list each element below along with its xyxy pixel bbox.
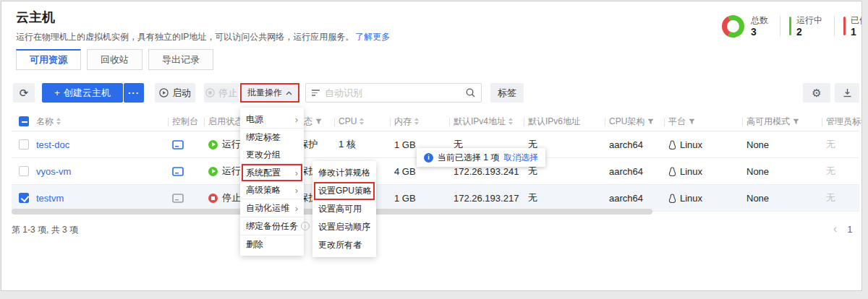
menu-item-change-group[interactable]: 更改分组: [240, 146, 304, 163]
menu-item-label: 设置GPU策略: [318, 185, 372, 197]
header-label: 启用状态: [208, 116, 243, 128]
stop-vm-button[interactable]: 停止: [204, 83, 239, 103]
ipv4-value: 172.26.193.241: [454, 166, 519, 177]
stat-stopped: 已停止 1: [851, 15, 862, 38]
sort-icon[interactable]: [509, 118, 513, 125]
export-download-button[interactable]: [835, 83, 859, 103]
menu-item-delete[interactable]: 删除: [240, 235, 304, 253]
header-label: 控制台: [172, 116, 198, 128]
refresh-button[interactable]: ⟳: [13, 83, 35, 103]
pagination-summary: 第 1-3 项, 共 3 项: [12, 224, 78, 236]
console-icon[interactable]: [172, 140, 184, 150]
selection-count-text: 当前已选择 1 项: [438, 152, 499, 164]
arch-value: aarch64: [609, 166, 643, 177]
batch-operations-menu: 电源› 绑定标签 更改分组 系统配置› 高级策略› 自动化运维› 绑定备份任务i…: [240, 108, 304, 256]
menu-item-automation-ops[interactable]: 自动化运维›: [240, 199, 304, 217]
tab-export-records[interactable]: 导出记录: [148, 49, 213, 70]
current-page-button[interactable]: 1: [847, 224, 852, 235]
stat-total-value: 3: [751, 26, 768, 38]
chevron-right-icon: ›: [295, 203, 298, 214]
stat-stopped-label: 已停止: [851, 15, 862, 26]
page-description: 运行在物理机上的虚拟机实例，具有独立的IP地址，可以访问公共网络，运行应用服务。…: [16, 31, 390, 43]
vm-stats: 总数 3 运行中 2 已停止 1 其他 0: [722, 13, 862, 39]
row-checkbox[interactable]: [19, 139, 29, 150]
filter-icon[interactable]: [315, 118, 322, 125]
stat-running-value: 2: [796, 26, 822, 38]
prev-page-button[interactable]: ‹: [833, 222, 837, 235]
filter-icon[interactable]: [647, 118, 654, 125]
menu-item-label: 高级策略: [246, 184, 281, 196]
chevron-right-icon: ›: [295, 168, 298, 178]
admin-tag-value: 无: [826, 165, 835, 178]
column-header-name[interactable]: 名称: [36, 112, 168, 131]
filter-icon[interactable]: [793, 118, 799, 125]
status-label: 停止: [222, 191, 241, 204]
submenu-item-set-high-availability[interactable]: 设置高可用: [312, 200, 376, 218]
table-settings-button[interactable]: ⚙: [803, 83, 830, 103]
row-checkbox[interactable]: [19, 193, 29, 203]
stat-running: 运行中 2: [796, 15, 822, 38]
submenu-item-set-boot-order[interactable]: 设置启动顺序: [312, 218, 376, 236]
menu-item-power[interactable]: 电源›: [240, 110, 304, 128]
filter-icon[interactable]: [689, 118, 695, 125]
sort-icon[interactable]: [56, 118, 61, 125]
create-vm-label: 创建云主机: [64, 87, 111, 100]
submenu-item-modify-compute-spec[interactable]: 修改计算规格: [312, 164, 376, 182]
menu-item-label: 绑定备份任务: [246, 220, 298, 233]
select-all-checkbox[interactable]: [19, 116, 29, 126]
chevron-up-icon: [286, 91, 292, 95]
memory-value: 4 GB: [394, 166, 416, 177]
sort-icon[interactable]: [359, 118, 364, 125]
column-header-platform[interactable]: 平台: [664, 112, 742, 131]
tag-button[interactable]: 标签: [490, 83, 524, 103]
vm-name-link[interactable]: test-doc: [36, 139, 69, 150]
menu-item-label: 更改分组: [246, 149, 281, 161]
learn-more-link[interactable]: 了解更多: [355, 32, 390, 42]
row-checkbox[interactable]: [19, 166, 29, 176]
refresh-icon: ⟳: [20, 87, 29, 100]
column-header-ipv4[interactable]: 默认IPv4地址: [449, 112, 524, 131]
deselect-link[interactable]: 取消选择: [503, 152, 538, 164]
ha-value: None: [746, 139, 769, 150]
linux-penguin-icon: [668, 140, 676, 150]
search-input[interactable]: [325, 87, 461, 98]
status-running-icon: [208, 140, 218, 150]
header-label: 平台: [668, 116, 686, 128]
menu-item-system-config[interactable]: 系统配置›: [240, 164, 304, 181]
arch-value: aarch64: [609, 193, 643, 204]
console-icon[interactable]: [172, 194, 184, 203]
tab-available-resources[interactable]: 可用资源: [16, 49, 81, 70]
menu-item-bind-backup-task[interactable]: 绑定备份任务i: [240, 217, 304, 235]
menu-item-label: 设置高可用: [318, 203, 362, 215]
create-more-options-button[interactable]: ···: [124, 83, 144, 103]
search-icon[interactable]: [466, 88, 475, 98]
memory-value: 1 GB: [394, 139, 416, 150]
batch-operations-button[interactable]: 批量操作: [240, 83, 299, 103]
column-header-ha-mode[interactable]: 高可用模式: [742, 112, 822, 131]
console-icon[interactable]: [172, 167, 184, 176]
menu-item-label: 绑定标签: [246, 131, 281, 144]
create-vm-button[interactable]: +创建云主机: [42, 83, 123, 103]
header-label: 默认IPv6地址: [528, 116, 580, 128]
arch-value: aarch64: [609, 139, 643, 150]
menu-item-advanced-policy[interactable]: 高级策略›: [240, 181, 304, 199]
menu-item-bind-tag[interactable]: 绑定标签: [240, 129, 304, 146]
download-icon: [843, 88, 852, 98]
menu-item-label: 系统配置: [246, 167, 281, 179]
platform-value: Linux: [680, 139, 702, 150]
admin-tag-value: 无: [826, 191, 835, 204]
ha-value: None: [746, 193, 769, 204]
column-header-cpu-arch[interactable]: CPU架构: [605, 112, 664, 131]
column-header-cpu[interactable]: CPU: [334, 112, 390, 131]
submenu-item-change-owner[interactable]: 更改所有者: [312, 236, 376, 254]
column-header-memory[interactable]: 内存: [390, 112, 449, 131]
vm-name-link[interactable]: vyos-vm: [36, 166, 71, 177]
submenu-item-set-gpu-policy[interactable]: 设置GPU策略: [312, 182, 376, 200]
page-title: 云主机: [16, 9, 55, 26]
vm-name-link[interactable]: testvm: [36, 193, 64, 204]
sort-icon[interactable]: [414, 118, 419, 125]
tab-recycle-bin[interactable]: 回收站: [87, 49, 142, 70]
filter-lines-icon: [312, 90, 320, 96]
start-vm-button[interactable]: 启动: [155, 83, 195, 103]
platform-value: Linux: [680, 193, 702, 204]
